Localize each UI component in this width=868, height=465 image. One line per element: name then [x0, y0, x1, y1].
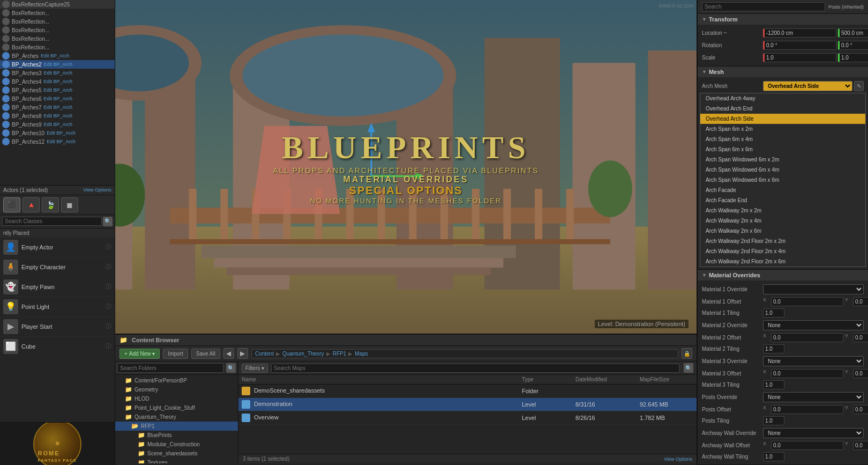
mat2-tiling-input[interactable] [763, 344, 784, 353]
folder-point-light-cookie[interactable]: 📁 Point_Light_Cookie_Stuff [115, 403, 238, 412]
mesh-section-header[interactable]: ▼ Mesh [698, 67, 868, 77]
mat3-offset-x-input[interactable] [771, 369, 843, 378]
outliner-item-bp-arches7[interactable]: BP_Arches7 Edit BP_Arch [0, 103, 115, 112]
archway-wall-tiling-input[interactable] [763, 452, 784, 461]
dd-item-walkway-2x2[interactable]: Arch Walkway 2m x 2m [700, 205, 865, 216]
archway-wall-offset-y-input[interactable] [853, 441, 868, 450]
mat3-tiling-input[interactable] [763, 380, 784, 389]
mat2-override-dropdown[interactable]: None [763, 320, 864, 330]
mat3-override-dropdown[interactable]: None [763, 356, 864, 366]
breadcrumb-content[interactable]: Content [255, 351, 274, 357]
landscape-mode-btn[interactable]: 🔺 [23, 197, 40, 212]
mesh-paint-mode-btn[interactable]: ◼ [61, 197, 78, 212]
placed-empty-actor[interactable]: 👤 Empty Actor ⓘ [0, 238, 115, 257]
empty-pawn-info-btn[interactable]: ⓘ [106, 283, 111, 291]
foliage-mode-btn[interactable]: 🍃 [42, 197, 59, 212]
arch-mesh-edit-btn[interactable]: ✎ [854, 81, 864, 91]
dd-item-walkway-2nd-2x4[interactable]: Arch Walkway 2nd Floor 2m x 4m [700, 246, 865, 256]
dd-item-arch-facade[interactable]: Arch Facade [700, 185, 865, 195]
outliner-item-bp-arches[interactable]: BP_Arches Edit BP_Arch [0, 51, 115, 60]
placed-cube[interactable]: ⬜ Cube ⓘ [0, 337, 115, 357]
posts-offset-x-input[interactable] [771, 405, 843, 414]
outliner-item-bp-arches6[interactable]: BP_Arches6 Edit BP_Arch [0, 94, 115, 103]
dd-item-arch-windowed-4m[interactable]: Arch Span Windowed 6m x 4m [700, 165, 865, 175]
folder-modular-construction[interactable]: 📁 Modular_Construction [115, 440, 238, 449]
folder-quantum-theory[interactable]: 📁 Quantum_Theory [115, 412, 238, 422]
dd-item-arch-span-2m[interactable]: Arch Span 6m x 2m [700, 124, 865, 134]
posts-tiling-input[interactable] [763, 416, 784, 425]
empty-character-info-btn[interactable]: ⓘ [106, 263, 111, 271]
archway-wall-offset-x-input[interactable] [771, 441, 843, 450]
lock-btn[interactable]: 🔒 [682, 348, 692, 359]
cb-search-maps-input[interactable] [271, 364, 679, 373]
folder-forpersonbp[interactable]: 📁 Content/ForPersonBP [115, 376, 238, 385]
placed-player-start[interactable]: ▶ Player Start ⓘ [0, 317, 115, 337]
folder-scene-sharedassets[interactable]: 📁 Scene_sharedassets [115, 449, 238, 458]
outliner-item-bp-arches5[interactable]: BP_Arches5 Edit BP_Arch [0, 86, 115, 94]
folder-geometry[interactable]: 📁 Geometry [115, 385, 238, 394]
add-new-button[interactable]: + Add New ▾ [119, 349, 160, 359]
outliner-item-bp-arches9[interactable]: BP_Arches9 Edit BP_Arch [0, 120, 115, 129]
view-options-btn[interactable]: View Options [83, 187, 111, 193]
dd-item-overhead-4way[interactable]: Overhead Arch 4way [700, 93, 865, 104]
outliner-item-bp-arches8[interactable]: BP_Arches8 Edit BP_Arch [0, 112, 115, 120]
folder-blueprints[interactable]: 📁 BluePrints [115, 431, 238, 440]
file-row-demoscene[interactable]: DemoScene_sharedassets Folder [238, 385, 697, 398]
outliner-item-reflection6[interactable]: BoxReflection... [0, 43, 115, 51]
cube-info-btn[interactable]: ⓘ [106, 342, 111, 350]
outliner-item-reflection2[interactable]: BoxReflection... [0, 9, 115, 17]
nav-back-btn[interactable]: ◀ [223, 348, 234, 359]
cb-view-options-btn[interactable]: View Options [664, 456, 692, 462]
cb-search-maps-btn[interactable]: 🔍 [684, 363, 693, 373]
mat1-override-dropdown[interactable] [763, 284, 864, 294]
viewport[interactable]: BLUEPRINTS ALL PROPS AND ARCHITECTURE PL… [115, 0, 697, 334]
player-start-info-btn[interactable]: ⓘ [106, 322, 111, 330]
filters-button[interactable]: Filters ▾ [242, 364, 268, 373]
dd-item-arch-windowed-6m[interactable]: Arch Span Windowed 6m x 6m [700, 175, 865, 185]
mat3-offset-y-input[interactable] [853, 369, 868, 378]
dd-item-walkway-2nd-2x2[interactable]: Arch Walkway 2nd Floor 2m x 2m [700, 236, 865, 246]
arch-mesh-dropdown[interactable]: Overhead Arch Side [763, 81, 852, 91]
dd-item-arch-facade-end[interactable]: Arch Facade End [700, 195, 865, 205]
posts-override-dropdown[interactable]: None [763, 392, 864, 402]
dd-item-walkway-2x6[interactable]: Arch Walkway 2m x 6m [700, 226, 865, 236]
folder-rfp1[interactable]: 📂 RFP1 [115, 422, 238, 431]
cb-search-folders-input[interactable] [117, 363, 223, 373]
file-row-overview[interactable]: Overview Level 8/26/16 1.782 MB [238, 411, 697, 425]
empty-actor-info-btn[interactable]: ⓘ [106, 243, 111, 251]
scale-x-input[interactable] [763, 53, 836, 62]
search-classes-btn[interactable]: 🔍 [103, 217, 113, 226]
outliner-item-bp-arches12[interactable]: BP_Arches12 Edit BP_Arch [0, 137, 115, 146]
location-y-input[interactable] [838, 28, 868, 38]
rp-search-input[interactable] [702, 2, 825, 11]
posts-offset-y-input[interactable] [853, 405, 868, 414]
breadcrumb-rfp1[interactable]: RFP1 [333, 351, 347, 357]
search-classes-input[interactable] [2, 217, 102, 226]
breadcrumb-maps[interactable]: Maps [355, 351, 368, 357]
outliner-item-bp-arches2[interactable]: BP_Arches2 Edit BP_Arch [0, 60, 115, 69]
rotation-y-input[interactable] [838, 41, 868, 50]
outliner-item-reflection1[interactable]: BoxReflectionCapture25 [0, 0, 115, 9]
breadcrumb-quantum[interactable]: Quantum_Theory [282, 351, 324, 357]
mat2-offset-x-input[interactable] [771, 333, 843, 342]
place-mode-btn[interactable]: ⬛ [3, 197, 20, 212]
cb-search-btn[interactable]: 🔍 [226, 363, 236, 373]
dd-item-walkway-2nd-2x6[interactable]: Arch Walkway 2nd Floor 2m x 6m [700, 256, 865, 267]
folder-textures[interactable]: 📁 Textures [115, 458, 238, 463]
folder-hlod[interactable]: 📁 HLOD [115, 394, 238, 403]
placed-empty-pawn[interactable]: 👻 Empty Pawn ⓘ [0, 277, 115, 297]
rotation-x-input[interactable] [763, 41, 836, 50]
nav-forward-btn[interactable]: ▶ [237, 348, 248, 359]
scale-y-input[interactable] [838, 53, 868, 62]
transform-section-header[interactable]: ▼ Transform [698, 14, 868, 25]
outliner-item-bp-arches10[interactable]: BP_Arches10 Edit BP_Arch [0, 129, 115, 137]
save-all-button[interactable]: Save All [191, 349, 220, 359]
file-row-demonstration[interactable]: Demonstration Level 8/31/16 92.645 MB [238, 398, 697, 411]
outliner-item-reflection5[interactable]: BoxReflection... [0, 34, 115, 43]
dd-item-overhead-side[interactable]: Overhead Arch Side [700, 114, 865, 124]
location-x-input[interactable] [763, 28, 836, 38]
material-overrides-header[interactable]: ▼ Material Overrides [698, 270, 868, 281]
mat1-offset-x-input[interactable] [771, 297, 843, 306]
dd-item-overhead-end[interactable]: Overhead Arch End [700, 104, 865, 114]
outliner-item-bp-arches3[interactable]: BP_Arches3 Edit BP_Arch [0, 69, 115, 77]
